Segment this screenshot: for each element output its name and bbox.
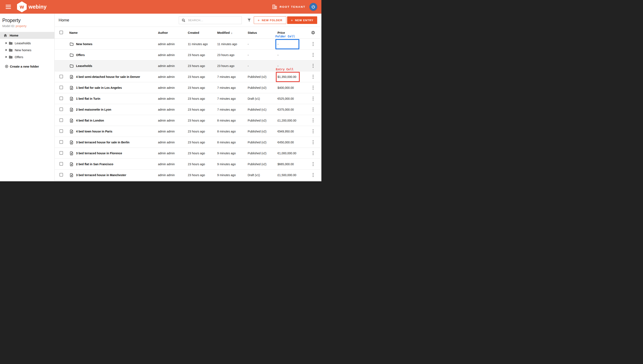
row-name[interactable]: 3 bed terraced house in Manchester xyxy=(76,174,126,177)
column-header-status[interactable]: Status xyxy=(248,31,278,34)
column-header-modified[interactable]: Modified↓ xyxy=(217,31,248,34)
row-checkbox[interactable] xyxy=(60,86,63,89)
chevron-right-icon[interactable] xyxy=(5,42,7,44)
row-actions-kebab-icon[interactable] xyxy=(312,128,314,134)
hamburger-menu-icon[interactable] xyxy=(6,5,11,9)
row-actions-kebab-icon[interactable] xyxy=(312,161,314,167)
row-created: 23 hours ago xyxy=(188,141,217,144)
row-checkbox[interactable] xyxy=(60,140,63,144)
table-row[interactable]: 1 bed flat for sale in Los Angeles admin… xyxy=(55,82,321,93)
row-name[interactable]: 3 bed terraced house in Florence xyxy=(76,152,122,155)
row-actions-kebab-icon[interactable] xyxy=(312,96,314,102)
webiny-logo-hexagon-icon: w xyxy=(17,2,27,12)
row-status: Published (v2) xyxy=(248,162,278,166)
row-price: £1,500,000.00 xyxy=(278,174,308,177)
row-name[interactable]: 4 bed flat in London xyxy=(76,119,104,122)
sidebar-item-leaseholds[interactable]: Leaseholds xyxy=(0,40,55,46)
row-status: - xyxy=(248,64,278,68)
row-actions-kebab-icon[interactable] xyxy=(312,150,314,156)
sidebar-item-new-homes[interactable]: New homes xyxy=(0,46,55,54)
tenant-selector[interactable]: ROOT TENANT xyxy=(272,4,305,10)
row-name[interactable]: New homes xyxy=(76,42,93,46)
sidebar-item-home[interactable]: Home xyxy=(0,32,55,39)
row-checkbox[interactable] xyxy=(60,108,63,111)
table-row[interactable]: 1 bed flat in Turin admin admin 23 hours… xyxy=(55,93,321,104)
table-row[interactable]: 3 bed terraced house in Manchester admin… xyxy=(55,170,321,180)
row-actions-kebab-icon[interactable] xyxy=(312,41,314,47)
row-price: €1,000,000.00 xyxy=(278,152,308,155)
document-icon xyxy=(70,140,74,144)
row-modified: 9 minutes ago xyxy=(217,162,248,166)
row-name[interactable]: Offers xyxy=(76,53,85,57)
column-settings-gear-icon[interactable] xyxy=(310,30,316,36)
table-row[interactable]: 3 bed terraced house for sale in Berlin … xyxy=(55,137,321,148)
row-name[interactable]: 1 bed flat in Turin xyxy=(76,97,100,100)
sidebar-item-offers[interactable]: Offers xyxy=(0,54,55,60)
row-name[interactable]: 1 bed flat for sale in Los Angeles xyxy=(76,86,122,90)
table-row[interactable]: Offers admin admin 23 hours ago 23 hours… xyxy=(55,50,321,60)
building-icon xyxy=(272,4,277,10)
column-header-name[interactable]: Name xyxy=(69,31,158,34)
search-box xyxy=(179,16,242,24)
row-name[interactable]: 4 bed town house in Paris xyxy=(76,130,112,133)
row-name[interactable]: 2 bed flat in San Francisco xyxy=(76,162,113,166)
select-all-checkbox[interactable] xyxy=(60,31,63,34)
search-input[interactable] xyxy=(188,18,239,22)
row-modified: 9 minutes ago xyxy=(217,174,248,177)
row-status: Published (v2) xyxy=(248,119,278,122)
table-row[interactable]: 3 bed terraced house in Florence admin a… xyxy=(55,148,321,159)
document-icon xyxy=(70,75,74,79)
vertical-scrollbar[interactable] xyxy=(320,27,321,182)
table-row[interactable]: Leaseholds admin admin 23 hours ago 23 h… xyxy=(55,60,321,71)
row-checkbox[interactable] xyxy=(60,118,63,122)
row-checkbox[interactable] xyxy=(60,162,63,166)
chevron-right-icon[interactable] xyxy=(5,56,7,58)
row-checkbox[interactable] xyxy=(60,151,63,155)
row-actions-kebab-icon[interactable] xyxy=(312,118,314,123)
row-checkbox[interactable] xyxy=(60,173,63,176)
column-header-price[interactable]: Price xyxy=(278,31,308,34)
row-price: €450,000.00 xyxy=(278,141,308,144)
table-row[interactable]: 4 bed semi-detached house for sale in De… xyxy=(55,71,321,82)
row-name[interactable]: 2 bed maisonette in Lyon xyxy=(76,108,111,111)
row-name[interactable]: 3 bed terraced house for sale in Berlin xyxy=(76,141,129,144)
webiny-admin-window: w webiny xyxy=(0,0,321,182)
plus-circle-icon xyxy=(5,65,8,68)
row-checkbox[interactable] xyxy=(60,96,63,100)
row-author: admin admin xyxy=(158,75,188,78)
column-header-created[interactable]: Created xyxy=(188,31,217,34)
row-status: - xyxy=(248,53,278,57)
row-checkbox[interactable] xyxy=(60,75,63,78)
create-folder-button[interactable]: Create a new folder xyxy=(0,63,55,70)
user-avatar[interactable] xyxy=(309,3,317,11)
table-row[interactable]: 2 bed maisonette in Lyon admin admin 23 … xyxy=(55,104,321,115)
column-header-author[interactable]: Author xyxy=(158,31,188,34)
row-checkbox[interactable] xyxy=(60,129,63,133)
table-row[interactable]: 2 bed flat in San Francisco admin admin … xyxy=(55,159,321,170)
row-actions-kebab-icon[interactable] xyxy=(312,140,314,145)
webiny-logo[interactable]: w webiny xyxy=(17,2,47,12)
folder-icon xyxy=(9,41,13,45)
row-name[interactable]: Leaseholds xyxy=(76,64,92,68)
filter-icon[interactable] xyxy=(247,18,251,22)
row-created: 23 hours ago xyxy=(188,97,217,100)
table-row[interactable]: 4 bed town house in Paris admin admin 23… xyxy=(55,126,321,137)
table-row[interactable]: 4 bed flat in London admin admin 23 hour… xyxy=(55,115,321,126)
row-name[interactable]: 4 bed semi-detached house for sale in De… xyxy=(76,75,140,78)
row-actions-kebab-icon[interactable] xyxy=(312,74,314,80)
new-entry-button[interactable]: + NEW ENTRY xyxy=(287,16,317,24)
table-row[interactable]: New homes admin admin 11 minutes ago 11 … xyxy=(55,39,321,50)
chevron-right-icon[interactable] xyxy=(5,49,7,51)
row-author: admin admin xyxy=(158,53,188,57)
row-actions-kebab-icon[interactable] xyxy=(312,107,314,112)
webiny-wordmark: webiny xyxy=(29,4,47,10)
new-folder-button[interactable]: + NEW FOLDER xyxy=(254,16,286,24)
row-actions-kebab-icon[interactable] xyxy=(312,63,314,69)
row-actions-kebab-icon[interactable] xyxy=(312,52,314,58)
row-created: 23 hours ago xyxy=(188,108,217,111)
row-actions-kebab-icon[interactable] xyxy=(312,172,314,178)
row-modified: 9 minutes ago xyxy=(217,152,248,155)
row-status: Draft (v1) xyxy=(248,174,278,177)
row-actions-kebab-icon[interactable] xyxy=(312,85,314,90)
row-price: - xyxy=(278,53,308,57)
